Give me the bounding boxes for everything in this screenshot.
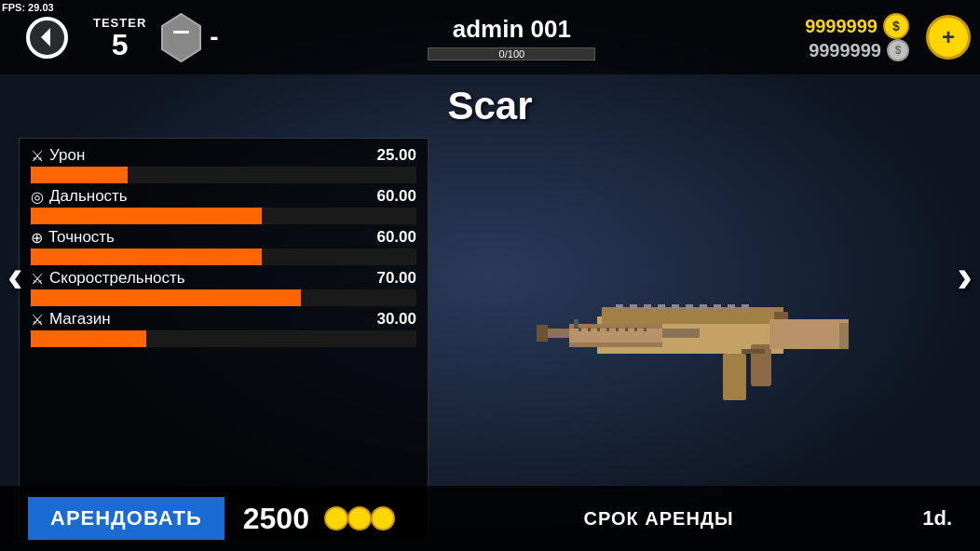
- svg-rect-13: [839, 323, 849, 349]
- svg-rect-20: [686, 304, 693, 309]
- stat-name-0: ⚔ Урон: [31, 146, 85, 165]
- stat-row: ⚔ Урон 25.00: [31, 146, 416, 183]
- coin1: [324, 506, 348, 531]
- stat-icon-3: ⚔: [31, 270, 44, 288]
- svg-marker-0: [41, 28, 50, 47]
- svg-rect-19: [672, 304, 679, 309]
- stat-header-3: ⚔ Скорострельность 70.00: [31, 269, 416, 288]
- stat-bar-fill-2: [31, 249, 262, 265]
- stat-header-0: ⚔ Урон 25.00: [31, 146, 416, 165]
- price-amount: 2500: [243, 502, 309, 536]
- coin2: [347, 506, 372, 531]
- svg-rect-12: [769, 319, 849, 349]
- svg-rect-22: [714, 304, 721, 309]
- player-section: admin 001 0/100: [219, 15, 806, 60]
- svg-rect-15: [616, 304, 623, 309]
- stat-name-2: ⊕ Точность: [31, 228, 115, 247]
- stat-name-4: ⚔ Магазин: [31, 310, 111, 329]
- stat-bar-fill-0: [31, 167, 128, 183]
- main-content: Scar ⚔ Урон 25.00 ◎ Дальность 60.00: [0, 74, 980, 551]
- rank-section: -: [160, 12, 218, 63]
- rental-duration: 1d.: [922, 506, 952, 531]
- stat-name-3: ⚔ Скорострельность: [31, 269, 185, 288]
- stat-bar-bg-2: [31, 249, 416, 265]
- stat-icon-4: ⚔: [31, 311, 44, 329]
- svg-rect-16: [630, 304, 637, 309]
- add-currency-button[interactable]: +: [926, 15, 971, 60]
- svg-rect-23: [728, 304, 735, 309]
- silver-currency-row: 9999999 $: [809, 39, 909, 61]
- svg-rect-21: [700, 304, 707, 309]
- svg-rect-25: [742, 349, 765, 354]
- stat-name-1: ◎ Дальность: [31, 187, 128, 206]
- stat-value-1: 60.00: [376, 187, 416, 206]
- stat-bar-fill-1: [31, 208, 262, 224]
- stat-bar-fill-3: [31, 289, 301, 306]
- stat-icon-2: ⊕: [31, 229, 43, 247]
- gold-amount: 9999999: [805, 16, 878, 37]
- stat-bar-fill-4: [31, 330, 146, 347]
- nav-right-button[interactable]: ›: [957, 249, 973, 302]
- rank-dash: -: [210, 22, 218, 52]
- svg-rect-4: [602, 307, 783, 324]
- tester-section: TESTER 5: [93, 16, 146, 60]
- svg-rect-18: [658, 304, 665, 309]
- silver-coin-icon: $: [887, 39, 909, 61]
- rent-button[interactable]: АРЕНДОВАТЬ: [28, 497, 225, 540]
- price-display: 2500: [243, 502, 395, 536]
- stat-bar-bg-3: [31, 289, 416, 306]
- stat-icon-1: ◎: [31, 188, 44, 206]
- back-arrow-icon: [26, 17, 68, 59]
- stat-value-2: 60.00: [376, 228, 416, 247]
- svg-rect-34: [644, 328, 647, 331]
- rank-badge: [160, 12, 202, 63]
- stat-row: ⊕ Точность 60.00: [31, 228, 416, 265]
- svg-rect-14: [774, 312, 788, 319]
- stat-row: ⚔ Магазин 30.00: [31, 310, 416, 347]
- svg-rect-31: [616, 328, 619, 331]
- weapon-area: [438, 138, 961, 542]
- plus-icon: +: [942, 24, 955, 50]
- stat-value-3: 70.00: [376, 269, 416, 288]
- stat-bar-bg-0: [31, 167, 416, 183]
- gold-currency-row: 9999999 $: [805, 13, 909, 39]
- xp-text: 0/100: [499, 48, 525, 60]
- stat-bar-bg-1: [31, 208, 416, 224]
- content-area: ⚔ Урон 25.00 ◎ Дальность 60.00: [19, 138, 961, 542]
- stats-panel: ⚔ Урон 25.00 ◎ Дальность 60.00: [19, 138, 429, 542]
- weapon-image: [523, 247, 877, 433]
- stat-row: ◎ Дальность 60.00: [31, 187, 416, 224]
- svg-rect-11: [723, 354, 746, 400]
- stat-header-2: ⊕ Точность 60.00: [31, 228, 416, 247]
- player-name: admin 001: [453, 15, 571, 44]
- svg-rect-9: [569, 343, 662, 347]
- svg-rect-29: [597, 328, 600, 331]
- tester-number: 5: [112, 30, 129, 60]
- svg-rect-28: [588, 328, 591, 331]
- stat-header-4: ⚔ Магазин 30.00: [31, 310, 416, 329]
- fps-display: FPS: 29.03: [2, 2, 54, 13]
- svg-rect-17: [644, 304, 651, 309]
- gold-coin-icon: $: [883, 13, 909, 39]
- weapon-display: [523, 247, 877, 433]
- svg-rect-24: [742, 304, 749, 309]
- svg-marker-1: [162, 14, 200, 61]
- back-button[interactable]: [19, 9, 75, 65]
- nav-left-button[interactable]: ‹: [7, 249, 23, 302]
- svg-rect-26: [574, 319, 578, 329]
- stat-bar-bg-4: [31, 330, 416, 347]
- stat-value-0: 25.00: [376, 146, 416, 165]
- header: FPS: 29.03 TESTER 5 - admin 001 0/100 99…: [0, 0, 980, 74]
- stat-header-1: ◎ Дальность 60.00: [31, 187, 416, 206]
- svg-rect-33: [634, 328, 637, 331]
- stat-icon-0: ⚔: [31, 147, 44, 165]
- coin3: [371, 506, 395, 531]
- svg-rect-30: [606, 328, 609, 331]
- price-coins-icon: [317, 506, 395, 531]
- svg-rect-2: [173, 31, 189, 34]
- stat-row: ⚔ Скорострельность 70.00: [31, 269, 416, 306]
- rental-label: СРОК АРЕНДЫ: [414, 508, 904, 530]
- svg-rect-6: [537, 325, 548, 342]
- currency-section: 9999999 $ 9999999 $: [805, 13, 909, 61]
- svg-rect-27: [578, 328, 581, 331]
